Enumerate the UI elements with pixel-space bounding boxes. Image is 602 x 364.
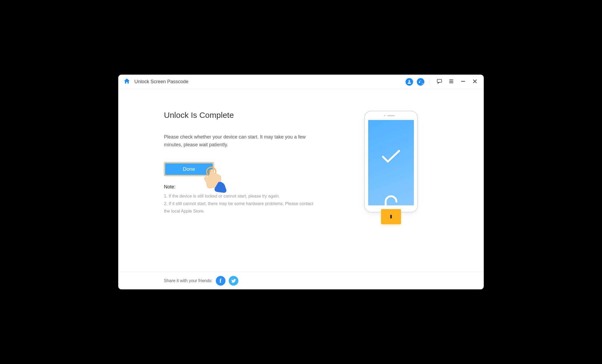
feedback-icon[interactable] — [435, 77, 443, 86]
facebook-icon[interactable]: f — [216, 276, 225, 286]
home-icon[interactable] — [123, 78, 131, 86]
svg-point-7 — [407, 230, 415, 236]
svg-point-5 — [360, 228, 368, 235]
separator — [430, 79, 430, 85]
note-item: 1. If the device is still locked or cann… — [164, 192, 314, 200]
heading: Unlock Is Complete — [164, 111, 314, 120]
music-search-icon[interactable] — [417, 78, 424, 86]
phone-illustration — [356, 111, 426, 231]
svg-point-6 — [367, 230, 375, 236]
subtext: Please check whether your device can sta… — [164, 133, 314, 149]
menu-icon[interactable] — [447, 77, 455, 86]
app-window: Unlock Screen Passcode — [118, 75, 484, 289]
note-heading: Note: — [164, 184, 314, 190]
done-button[interactable]: Done — [164, 162, 214, 176]
open-lock-icon — [382, 191, 400, 205]
footer: Share it with your friends: f — [118, 272, 484, 289]
svg-point-8 — [414, 228, 422, 235]
share-label: Share it with your friends: — [164, 278, 213, 283]
svg-point-1 — [422, 83, 424, 85]
svg-point-0 — [408, 80, 410, 82]
padlock-icon — [381, 209, 401, 224]
minimize-icon[interactable] — [459, 77, 467, 86]
twitter-icon[interactable] — [229, 276, 238, 286]
account-icon[interactable] — [406, 78, 413, 86]
svg-rect-2 — [437, 79, 442, 82]
content-area: Unlock Is Complete Please check whether … — [118, 89, 484, 272]
checkmark-icon — [380, 149, 402, 166]
page-title: Unlock Screen Passcode — [134, 79, 188, 85]
close-icon[interactable] — [471, 77, 479, 86]
note-item: 2. If it still cannot start, there may b… — [164, 200, 314, 215]
titlebar: Unlock Screen Passcode — [118, 75, 484, 89]
